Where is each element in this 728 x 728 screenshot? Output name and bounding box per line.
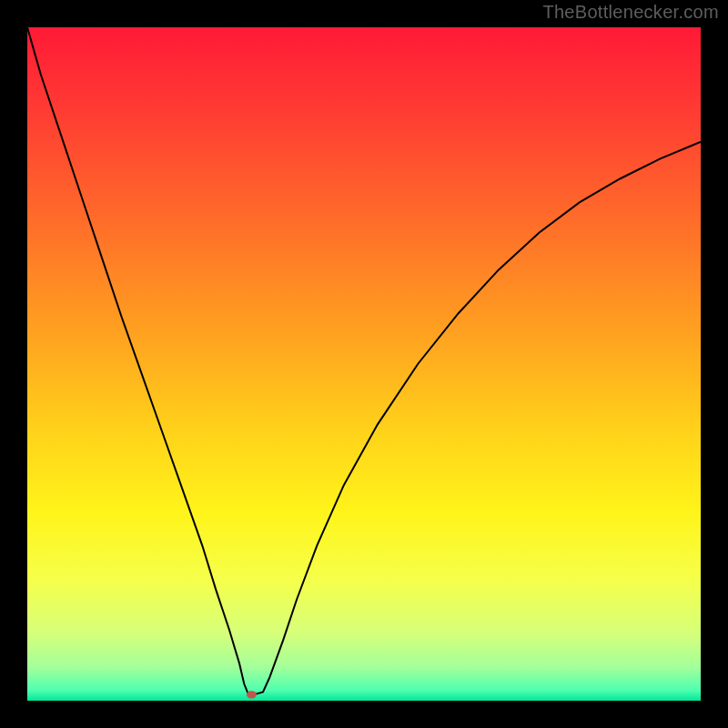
chart-frame: TheBottlenecker.com [0, 0, 728, 728]
plot-background [27, 27, 701, 701]
bottleneck-chart [27, 27, 701, 701]
watermark-text: TheBottlenecker.com [542, 2, 719, 23]
optimum-marker [247, 691, 257, 698]
